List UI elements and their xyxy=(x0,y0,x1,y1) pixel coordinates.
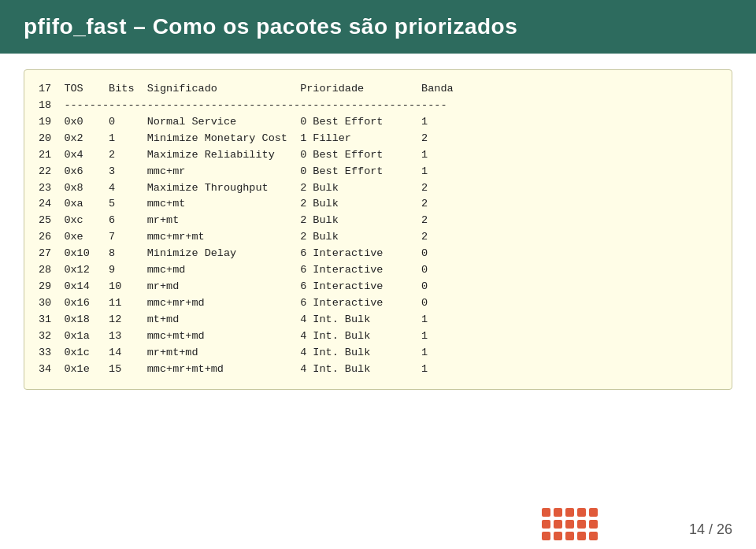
line-22: 22 0x6 3 mmc+mr 0 Best Effort 1 xyxy=(39,165,428,177)
line-24: 24 0xa 5 mmc+mt 2 Bulk 2 xyxy=(39,198,428,210)
line-26: 26 0xe 7 mmc+mr+mt 2 Bulk 2 xyxy=(39,231,428,243)
dot xyxy=(577,532,586,540)
dot xyxy=(554,532,562,540)
line-34: 34 0x1e 15 mmc+mr+mt+md 4 Int. Bulk 1 xyxy=(39,363,428,375)
line-20: 20 0x2 1 Minimize Monetary Cost 1 Filler… xyxy=(39,132,428,144)
dot xyxy=(565,508,574,517)
page-number-text: 14 / 26 xyxy=(689,521,732,537)
dot xyxy=(554,520,562,529)
dot xyxy=(542,520,550,529)
line-30: 30 0x16 11 mmc+mr+md 6 Interactive 0 xyxy=(39,297,428,309)
dot xyxy=(577,520,586,529)
dot xyxy=(565,520,574,529)
line-17: 17 TOS Bits Significado Prioridade Banda xyxy=(39,83,454,95)
dot xyxy=(554,508,562,517)
line-21: 21 0x4 2 Maximize Reliability 0 Best Eff… xyxy=(39,149,428,161)
page-number: 14 / 26 xyxy=(689,521,732,538)
line-31: 31 0x18 12 mt+md 4 Int. Bulk 1 xyxy=(39,313,428,325)
code-table: 17 TOS Bits Significado Prioridade Banda… xyxy=(24,69,732,390)
line-23: 23 0x8 4 Maximize Throughput 2 Bulk 2 xyxy=(39,182,428,194)
main-content: 17 TOS Bits Significado Prioridade Banda… xyxy=(0,54,756,406)
page-title: pfifo_fast – Como os pacotes são prioriz… xyxy=(0,0,756,54)
dot xyxy=(589,532,598,540)
dot xyxy=(589,520,598,529)
line-29: 29 0x14 10 mr+md 6 Interactive 0 xyxy=(39,280,428,292)
dot xyxy=(542,532,550,540)
line-27: 27 0x10 8 Minimize Delay 6 Interactive 0 xyxy=(39,247,428,259)
line-25: 25 0xc 6 mr+mt 2 Bulk 2 xyxy=(39,214,428,226)
line-18: 18 -------------------------------------… xyxy=(39,99,447,111)
line-32: 32 0x1a 13 mmc+mt+md 4 Int. Bulk 1 xyxy=(39,330,428,342)
decorative-dots xyxy=(542,508,598,541)
dot xyxy=(589,508,598,517)
line-33: 33 0x1c 14 mr+mt+md 4 Int. Bulk 1 xyxy=(39,347,428,358)
dot xyxy=(565,532,574,540)
dot xyxy=(577,508,586,517)
line-28: 28 0x12 9 mmc+md 6 Interactive 0 xyxy=(39,264,428,276)
title-text: pfifo_fast – Como os pacotes são prioriz… xyxy=(24,14,517,39)
line-19: 19 0x0 0 Normal Service 0 Best Effort 1 xyxy=(39,116,428,128)
dot xyxy=(542,508,550,517)
